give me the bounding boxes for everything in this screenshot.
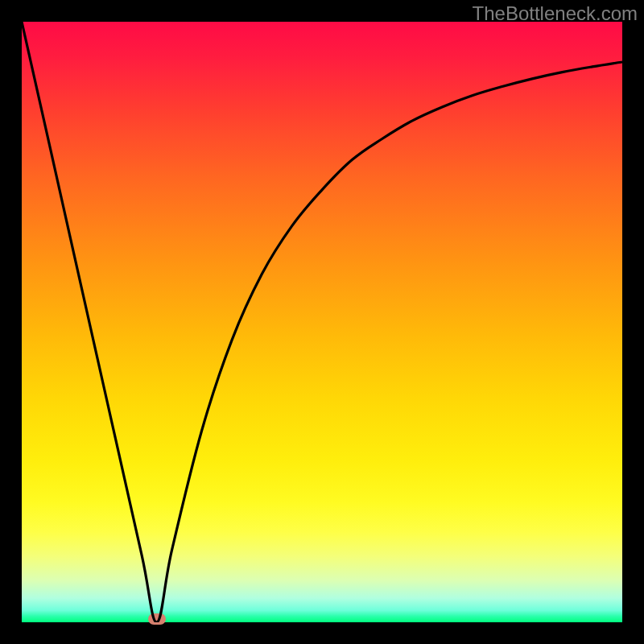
watermark-text: TheBottleneck.com (473, 2, 638, 25)
curve-path (22, 22, 622, 622)
bottleneck-curve (22, 22, 622, 622)
